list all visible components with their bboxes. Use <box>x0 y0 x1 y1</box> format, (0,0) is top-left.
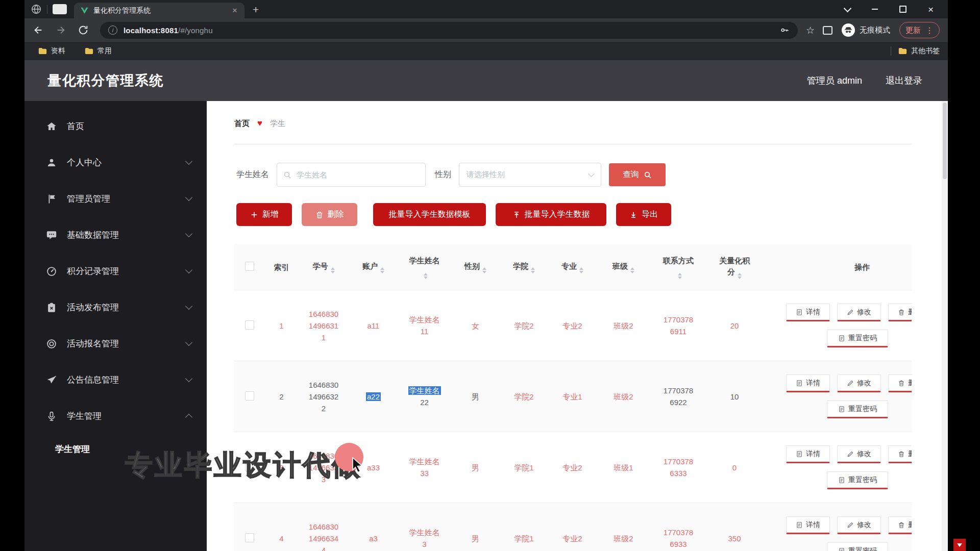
sort-icon[interactable] <box>380 267 384 273</box>
actions-row: 详情修改删除 <box>763 374 912 392</box>
cell-line: 1646830 <box>298 308 349 320</box>
edit-button[interactable]: 修改 <box>837 374 881 392</box>
row-delete-button[interactable]: 删除 <box>888 445 912 463</box>
site-info-icon[interactable]: i <box>108 26 117 35</box>
sort-icon[interactable] <box>579 267 583 273</box>
select-all-checkbox[interactable] <box>245 262 254 271</box>
reset-password-button[interactable]: 重置密码 <box>827 330 888 347</box>
reset-password-button[interactable]: 重置密码 <box>827 471 888 489</box>
detail-button[interactable]: 详情 <box>786 374 830 392</box>
column-header-8[interactable]: 联系方式 <box>650 244 706 290</box>
detail-button[interactable]: 详情 <box>786 304 830 321</box>
table-row: 4164683014966344a3学生姓名3男学院1专业2班级21770378… <box>234 503 912 551</box>
side-panel-icon[interactable] <box>823 26 832 35</box>
sort-icon[interactable] <box>678 273 682 279</box>
sort-icon[interactable] <box>331 267 335 273</box>
cell-account: a11 <box>349 290 398 361</box>
column-header-4[interactable]: 性别 <box>451 244 500 290</box>
detail-button[interactable]: 详情 <box>786 516 830 534</box>
close-window-icon[interactable]: × <box>928 5 934 14</box>
other-bookmarks-button[interactable]: 其他书签 <box>898 46 940 56</box>
header-label: 班级 <box>597 261 650 273</box>
reload-icon[interactable] <box>78 24 89 36</box>
back-icon[interactable] <box>33 24 44 36</box>
bookmark-folder[interactable]: 常用 <box>85 46 112 56</box>
row-checkbox[interactable] <box>245 391 254 400</box>
column-header-6[interactable]: 专业 <box>548 244 597 290</box>
query-button[interactable]: 查询 <box>609 163 666 186</box>
column-header-9[interactable]: 关量化积分 <box>706 244 763 290</box>
cell-line: 专业2 <box>548 462 597 473</box>
add-button[interactable]: 新增 <box>236 203 292 226</box>
maximize-icon[interactable] <box>899 6 906 13</box>
column-header-2[interactable]: 账户 <box>349 244 398 290</box>
row-checkbox[interactable] <box>245 533 254 542</box>
plus-icon <box>250 211 258 219</box>
sidebar-item-3[interactable]: 基础数据管理 <box>24 217 207 253</box>
row-delete-button[interactable]: 删除 <box>888 374 912 392</box>
sidebar-item-1[interactable]: 个人中心 <box>24 144 207 181</box>
sidebar-item-8[interactable]: 学生管理 <box>24 398 207 434</box>
tab-close-icon[interactable]: × <box>230 5 239 16</box>
edit-button[interactable]: 修改 <box>837 304 881 321</box>
delete-button[interactable]: 删除 <box>302 203 357 226</box>
cell-line: a3 <box>349 533 398 544</box>
column-header-1[interactable]: 学号 <box>298 244 349 290</box>
gender-select[interactable]: 请选择性别 <box>459 163 601 187</box>
minimize-icon[interactable] <box>872 9 878 10</box>
reset-password-button[interactable]: 重置密码 <box>827 542 888 551</box>
cell-phone: 17703786333 <box>650 432 706 503</box>
incognito-label: 无痕模式 <box>860 26 890 35</box>
page-scrollbar[interactable] <box>942 101 948 551</box>
sidebar-item-2[interactable]: 管理员管理 <box>24 181 207 217</box>
sidebar-item-5[interactable]: 活动发布管理 <box>24 289 207 325</box>
row-checkbox[interactable] <box>245 320 254 330</box>
doc-icon <box>838 335 845 342</box>
address-bar[interactable]: i localhost:8081/#/yonghu <box>100 22 798 39</box>
breadcrumb-home[interactable]: 首页 <box>234 119 250 129</box>
sort-icon[interactable] <box>738 273 742 279</box>
student-name-input[interactable] <box>277 163 426 187</box>
column-header-7[interactable]: 班级 <box>597 244 650 290</box>
sort-icon[interactable] <box>630 267 634 273</box>
cell-line: 350 <box>706 533 763 544</box>
cell-line: 1496631 <box>298 320 349 332</box>
sidebar-item-label: 管理员管理 <box>67 193 110 205</box>
logout-button[interactable]: 退出登录 <box>886 74 922 87</box>
cell-line: 2 <box>265 391 298 403</box>
search-form: 学生姓名 性别 请选择性别 查询 <box>234 163 948 187</box>
bookmark-star-icon[interactable]: ☆ <box>806 24 815 36</box>
column-header-3[interactable]: 学生姓名 <box>398 244 451 290</box>
sidebar-item-6[interactable]: 活动报名管理 <box>24 325 207 362</box>
sort-icon[interactable] <box>531 267 535 273</box>
bookmark-folder[interactable]: 资料 <box>38 46 65 56</box>
header-label <box>398 266 451 279</box>
pencil-icon <box>847 521 854 529</box>
scroll-down-button[interactable] <box>953 539 966 551</box>
new-tab-button[interactable]: + <box>253 4 259 15</box>
browser-tab[interactable]: 量化积分管理系统 × <box>74 3 244 18</box>
sidebar-item-0[interactable]: 首页 <box>24 108 207 144</box>
row-delete-button[interactable]: 删除 <box>888 516 912 534</box>
detail-button[interactable]: 详情 <box>786 445 830 463</box>
import-template-button[interactable]: 批量导入学生数据模板 <box>373 203 486 226</box>
sidebar-item-4[interactable]: 积分记录管理 <box>24 253 207 289</box>
table-row: 1164683014966311a11学生姓名11女学院2专业2班级217703… <box>234 290 912 361</box>
export-button[interactable]: 导出 <box>616 203 671 226</box>
forward-icon[interactable] <box>55 24 66 36</box>
import-data-button[interactable]: 批量导入学生数据 <box>496 203 606 226</box>
scrollbar-thumb[interactable] <box>943 103 947 179</box>
tab-search-icon[interactable] <box>844 4 852 12</box>
edit-button[interactable]: 修改 <box>837 516 881 534</box>
sidebar-item-7[interactable]: 公告信息管理 <box>24 362 207 398</box>
column-header-5[interactable]: 学院 <box>500 244 548 290</box>
update-menu-button[interactable]: 更新 ⋮ <box>899 22 940 38</box>
cell-line: 学院2 <box>500 320 548 332</box>
cell-line: 男 <box>451 391 500 403</box>
edit-button[interactable]: 修改 <box>837 445 881 463</box>
sort-icon[interactable] <box>424 273 428 279</box>
key-icon[interactable] <box>779 25 790 35</box>
row-delete-button[interactable]: 删除 <box>888 304 912 321</box>
reset-password-button[interactable]: 重置密码 <box>827 400 888 418</box>
sort-icon[interactable] <box>482 267 486 273</box>
